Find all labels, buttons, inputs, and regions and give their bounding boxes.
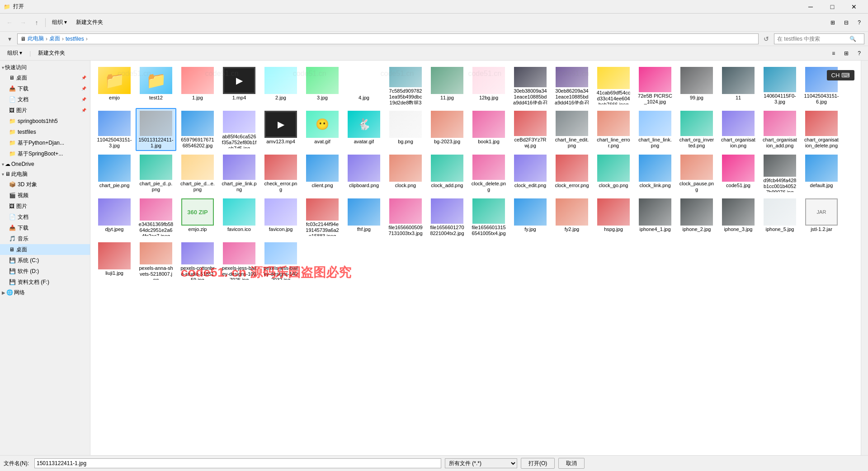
list-item[interactable]: 150113122411-1.jpg	[136, 108, 176, 151]
list-item[interactable]: 12bg.jpg	[468, 64, 509, 107]
list-item[interactable]: 110425043151-3.jpg	[94, 108, 135, 151]
list-item[interactable]: iphone_3.jpg	[718, 196, 759, 239]
list-item[interactable]: favicon.ico	[219, 196, 259, 239]
sidebar-item-drive-d[interactable]: 💾 软件 (D:)	[0, 266, 90, 277]
list-item[interactable]: check_error.png	[260, 152, 301, 195]
breadcrumb-thispc[interactable]: 此电脑	[28, 35, 44, 42]
list-item[interactable]: fy2.jpg	[552, 196, 592, 239]
sidebar-item-springboot2[interactable]: 📁 基于SpringBoot+...	[0, 148, 90, 159]
up-button[interactable]: ↑	[31, 17, 42, 28]
sidebar-item-python[interactable]: 📁 基于Python+Djan...	[0, 137, 90, 148]
list-item[interactable]: 3.jpg	[302, 64, 343, 107]
list-item[interactable]: clock.png	[385, 152, 426, 195]
list-item[interactable]: 30eb38009a341eace10885bda9dd416使命召唤.jpg	[510, 64, 551, 107]
list-item[interactable]: 30eb86209a341eace10885bda9dd416使命召唤1.jpg	[552, 64, 592, 107]
list-item[interactable]: file16566013156541005tx4.jpg	[468, 196, 509, 239]
sidebar-item-docs2[interactable]: 📄 文档	[0, 212, 90, 222]
sidebar-item-desktop[interactable]: 🖥 桌面 📌	[0, 72, 90, 83]
list-item[interactable]: clock_edit.png	[510, 152, 551, 195]
cancel-button[interactable]: 取消	[558, 458, 585, 469]
search-input[interactable]	[777, 36, 849, 42]
list-item[interactable]: file16566012708221004tx2.jpg	[427, 196, 467, 239]
maximize-button[interactable]: □	[822, 0, 843, 14]
list-item[interactable]: iphone_5.jpg	[760, 196, 800, 239]
list-item[interactable]: clipboard.png	[344, 152, 384, 195]
details-view-button[interactable]: ≡	[828, 47, 839, 60]
sidebar-item-videos[interactable]: 🎬 视频	[0, 190, 90, 201]
list-item[interactable]: 🐇avatar.gif	[344, 108, 384, 151]
list-item[interactable]: chart_organisation.png	[718, 108, 759, 151]
new-folder-button[interactable]: 新建文件夹	[72, 16, 107, 29]
list-item[interactable]: pexels-jess-bailey-designs-1007025.jpg	[219, 240, 259, 283]
breadcrumb-testfiles[interactable]: testfiles	[66, 36, 84, 42]
list-item[interactable]: 11	[718, 64, 759, 107]
list-item[interactable]: clock_go.png	[593, 152, 634, 195]
list-item[interactable]: e34361369fb5864dc2951e2a64fc2ac7.jpeg	[136, 196, 176, 239]
list-item[interactable]: favicon.jpg	[260, 196, 301, 239]
sidebar-item-downloads2[interactable]: 📥 下载	[0, 222, 90, 233]
list-item[interactable]: 140604115F0-3.jpg	[760, 64, 800, 107]
organize-menu-button[interactable]: 组织 ▾	[4, 48, 26, 59]
minimize-button[interactable]: ─	[800, 0, 821, 14]
forward-button[interactable]: →	[17, 17, 29, 28]
sidebar-item-desktop2[interactable]: 🖥 桌面	[0, 244, 90, 255]
list-item[interactable]: client.png	[302, 152, 343, 195]
sidebar-item-pictures2[interactable]: 🖼 图片	[0, 201, 90, 212]
back-button[interactable]: ←	[4, 17, 15, 28]
sidebar-item-music[interactable]: 🎵 音乐	[0, 233, 90, 244]
list-item[interactable]: d9fcb449fa428b1cc001b40527b99076.jpg	[760, 152, 800, 195]
list-item[interactable]: bg-2023.jpg	[427, 108, 467, 151]
view-button[interactable]: ⊞	[827, 16, 839, 29]
list-item[interactable]: chart_line_edit.png	[552, 108, 592, 151]
list-item[interactable]: 📁test12	[136, 64, 176, 107]
list-item[interactable]: default.jpg	[801, 152, 842, 195]
search-box[interactable]: 🔍	[774, 33, 864, 44]
list-item[interactable]: chart_pie_d..p.png	[136, 152, 176, 195]
help-button[interactable]: ?	[854, 16, 864, 29]
list-item[interactable]: 360 ZIPemjo.zip	[177, 196, 218, 239]
list-item[interactable]: JARjstl-1.2.jar	[801, 196, 842, 239]
close-button[interactable]: ✕	[844, 0, 864, 14]
sidebar-item-docs[interactable]: 📄 文档 📌	[0, 94, 90, 105]
list-item[interactable]: 1.jpg	[177, 64, 218, 107]
list-item[interactable]: chart_organisation_delete.png	[801, 108, 842, 151]
preview-button[interactable]: ⊟	[840, 16, 852, 29]
sidebar-item-testfiles[interactable]: 📁 testfiles	[0, 127, 90, 137]
list-item[interactable]: 41cab69df54cc d33c414ee604beb7666.jpeg	[593, 64, 634, 107]
filename-input[interactable]	[34, 458, 441, 468]
list-item[interactable]: clock_error.png	[552, 152, 592, 195]
list-item[interactable]: chart_pie_link.png	[219, 152, 259, 195]
sidebar-item-pictures[interactable]: 🖼 图片 📌	[0, 105, 90, 116]
list-item[interactable]: ▶amv123.mp4	[260, 108, 301, 151]
refresh-button[interactable]: ↺	[760, 33, 772, 45]
onedrive-header[interactable]: ▾ ☁ OneDrive	[0, 159, 90, 169]
list-item[interactable]: 2.jpg	[260, 64, 301, 107]
list-item[interactable]: file16566005097131003tx3.jpg	[385, 196, 426, 239]
quick-access-header[interactable]: ▾ 快速访问	[0, 62, 90, 72]
list-item[interactable]: ceBd2F3Yz7Rwj.pg	[510, 108, 551, 151]
thispc-header[interactable]: ▾ 🖥 此电脑	[0, 169, 90, 179]
list-item[interactable]: 72e5B PlCRSC_1024.jpg	[635, 64, 675, 107]
list-item[interactable]: fc03c2144f94e19145739a6a2e15883.jpeg	[302, 196, 343, 239]
sidebar-item-drive-f[interactable]: 💾 资料文档 (F:)	[0, 277, 90, 287]
list-item[interactable]: chart_org_inverted.png	[676, 108, 717, 151]
filetype-select[interactable]: 所有文件 (*.*)	[445, 458, 517, 468]
list-item[interactable]: iphone4_1.jpg	[635, 196, 675, 239]
recent-button[interactable]: ▾	[4, 33, 15, 45]
network-header[interactable]: ▶ 🌐 网络	[0, 287, 90, 297]
list-item[interactable]: 4.jpg	[344, 64, 384, 107]
breadcrumb[interactable]: 🖥 此电脑 › 桌面 › testfiles ›	[17, 33, 759, 44]
file-area[interactable]: code51.cn code51.cn code51.cn code51.cn …	[90, 61, 861, 455]
list-item[interactable]: iphone_2.jpg	[676, 196, 717, 239]
list-item[interactable]: code51.jpg	[718, 152, 759, 195]
sidebar-item-drive-c[interactable]: 💾 系统 (C:)	[0, 255, 90, 266]
sidebar-item-downloads[interactable]: 📥 下载 📌	[0, 83, 90, 94]
list-item[interactable]: 7c585d9097821ea95b499dbc19d2de8数据32.jpg	[385, 64, 426, 107]
sidebar-item-3d[interactable]: 📦 3D 对象	[0, 179, 90, 190]
preview-pane-button[interactable]: ?	[854, 47, 864, 60]
icon-view-button[interactable]: ⊞	[840, 47, 852, 60]
list-item[interactable]: 65979691767168546202.jpg	[177, 108, 218, 151]
new-folder-view-button[interactable]: 新建文件夹	[34, 48, 69, 59]
list-item[interactable]: clock_pause.png	[676, 152, 717, 195]
list-item[interactable]: pexels-anna-shvets-5218007.jpg	[136, 240, 176, 283]
